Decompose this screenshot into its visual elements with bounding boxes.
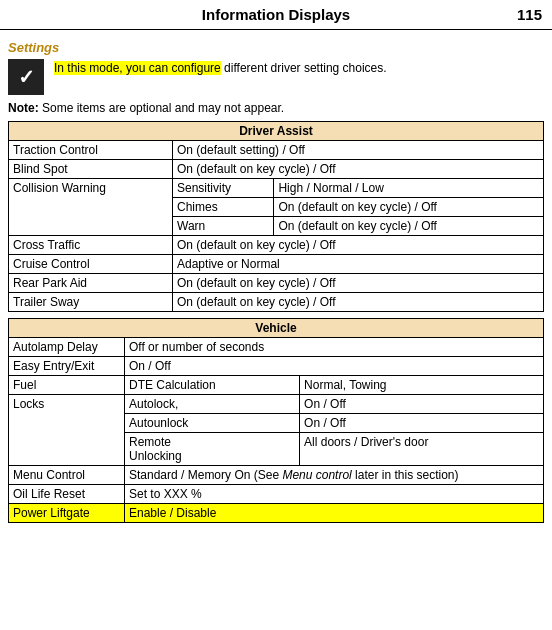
- table-cell: On (default on key cycle) / Off: [173, 293, 544, 312]
- table-cell: Warn: [173, 217, 274, 236]
- table-cell: Autolamp Delay: [9, 338, 125, 357]
- content-area: Settings ✓ In this mode, you can configu…: [0, 36, 552, 533]
- table-cell: On / Off: [300, 395, 544, 414]
- table-row: Cross Traffic On (default on key cycle) …: [9, 236, 544, 255]
- table-row: Menu Control Standard / Memory On (See M…: [9, 466, 544, 485]
- table-cell: Cross Traffic: [9, 236, 173, 255]
- table-cell: Trailer Sway: [9, 293, 173, 312]
- table-cell: Fuel: [9, 376, 125, 395]
- page-number: 115: [517, 6, 542, 23]
- table-cell: Easy Entry/Exit: [9, 357, 125, 376]
- table-cell: On / Off: [300, 414, 544, 433]
- table-cell: Cruise Control: [9, 255, 173, 274]
- table-cell: On (default on key cycle) / Off: [173, 236, 544, 255]
- settings-description: In this mode, you can configure differen…: [54, 59, 387, 77]
- table-cell: Sensitivity: [173, 179, 274, 198]
- table-cell: RemoteUnlocking: [125, 433, 300, 466]
- checkmark-icon: ✓: [18, 65, 35, 89]
- page-header: Information Displays 115: [0, 0, 552, 30]
- table-cell: Chimes: [173, 198, 274, 217]
- table-row: Cruise Control Adaptive or Normal: [9, 255, 544, 274]
- table-row: Blind Spot On (default on key cycle) / O…: [9, 160, 544, 179]
- settings-icon: ✓: [8, 59, 44, 95]
- table-cell: Locks: [9, 395, 125, 466]
- table-row: Power Liftgate Enable / Disable: [9, 504, 544, 523]
- table-row: Fuel DTE Calculation Normal, Towing: [9, 376, 544, 395]
- table-cell: Power Liftgate: [9, 504, 125, 523]
- table-row: Easy Entry/Exit On / Off: [9, 357, 544, 376]
- table-row: Trailer Sway On (default on key cycle) /…: [9, 293, 544, 312]
- table-row: Oil Life Reset Set to XXX %: [9, 485, 544, 504]
- table-cell: On / Off: [125, 357, 544, 376]
- note-content: Some items are optional and may not appe…: [42, 101, 284, 115]
- table-cell: High / Normal / Low: [274, 179, 544, 198]
- settings-label: Settings: [8, 40, 544, 55]
- table-cell: All doors / Driver's door: [300, 433, 544, 466]
- page-title: Information Displays: [202, 6, 350, 23]
- table-cell: Blind Spot: [9, 160, 173, 179]
- table-cell: On (default on key cycle) / Off: [274, 198, 544, 217]
- table-cell: Traction Control: [9, 141, 173, 160]
- table-row: Collision Warning Sensitivity High / Nor…: [9, 179, 544, 198]
- table-cell: Oil Life Reset: [9, 485, 125, 504]
- table-cell: Standard / Memory On (See Menu control l…: [125, 466, 544, 485]
- table-cell: On (default on key cycle) / Off: [173, 160, 544, 179]
- note-label: Note:: [8, 101, 39, 115]
- settings-row: ✓ In this mode, you can configure differ…: [8, 59, 544, 95]
- table-cell: Normal, Towing: [300, 376, 544, 395]
- table-row: Rear Park Aid On (default on key cycle) …: [9, 274, 544, 293]
- note-text: Note: Some items are optional and may no…: [8, 101, 544, 115]
- table-cell: On (default setting) / Off: [173, 141, 544, 160]
- table-cell: Autounlock: [125, 414, 300, 433]
- vehicle-table: Vehicle Autolamp Delay Off or number of …: [8, 318, 544, 523]
- table-row: Traction Control On (default setting) / …: [9, 141, 544, 160]
- table-cell: Autolock,: [125, 395, 300, 414]
- driver-assist-header: Driver Assist: [9, 122, 544, 141]
- table-cell: Off or number of seconds: [125, 338, 544, 357]
- table-cell: Set to XXX %: [125, 485, 544, 504]
- table-row: Autolamp Delay Off or number of seconds: [9, 338, 544, 357]
- settings-desc-highlighted: In this mode, you can configure: [54, 61, 221, 75]
- table-cell: Adaptive or Normal: [173, 255, 544, 274]
- driver-assist-table: Driver Assist Traction Control On (defau…: [8, 121, 544, 312]
- settings-desc-rest: different driver setting choices.: [221, 61, 387, 75]
- table-cell: Menu Control: [9, 466, 125, 485]
- vehicle-header: Vehicle: [9, 319, 544, 338]
- table-cell: On (default on key cycle) / Off: [173, 274, 544, 293]
- table-cell: Rear Park Aid: [9, 274, 173, 293]
- table-cell: Enable / Disable: [125, 504, 544, 523]
- table-cell: DTE Calculation: [125, 376, 300, 395]
- table-cell: Collision Warning: [9, 179, 173, 236]
- table-cell: On (default on key cycle) / Off: [274, 217, 544, 236]
- table-row: Locks Autolock, On / Off: [9, 395, 544, 414]
